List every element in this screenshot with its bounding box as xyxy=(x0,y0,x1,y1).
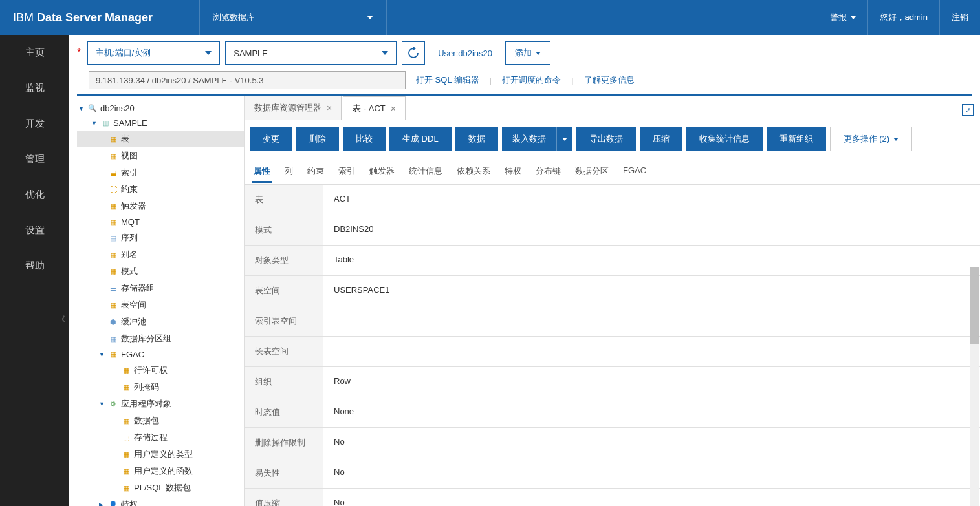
tab-table-act[interactable]: 表 - ACT × xyxy=(343,96,406,120)
add-button[interactable]: 添加 xyxy=(505,41,550,65)
tree-sequences[interactable]: ▤序列 xyxy=(77,229,244,246)
popout-button[interactable]: ↗ xyxy=(962,104,974,116)
subtab-triggers[interactable]: 触发器 xyxy=(368,162,396,183)
more-info-link[interactable]: 了解更多信息 xyxy=(584,74,635,86)
instance-icon: 🔍 xyxy=(87,104,98,113)
alerts-button[interactable]: 警报 xyxy=(818,0,867,35)
property-row: 表空间USERSPACE1 xyxy=(245,276,980,306)
tree-db-partitions[interactable]: ▦数据库分区组 xyxy=(77,330,244,347)
user-greeting[interactable]: 您好，admin xyxy=(867,0,939,35)
tree-indexes[interactable]: ⬓索引 xyxy=(77,164,244,181)
table-icon: ▦ xyxy=(108,134,118,143)
tree-privileges[interactable]: ▶👤特权 xyxy=(77,496,244,506)
package-icon: ▦ xyxy=(121,416,131,425)
tree-aliases[interactable]: ▦别名 xyxy=(77,246,244,263)
schema-icon: ▦ xyxy=(108,267,118,276)
load-data-button[interactable]: 装入数据 xyxy=(502,127,572,151)
tree-storage-groups[interactable]: ☱存储器组 xyxy=(77,280,244,297)
tree-app-objects[interactable]: ▼⚙应用程序对象 xyxy=(77,395,244,412)
trigger-icon: ▦ xyxy=(108,202,118,211)
tree-user-types[interactable]: ▦用户定义的类型 xyxy=(77,446,244,463)
tree-packages[interactable]: ▦数据包 xyxy=(77,412,244,429)
refresh-icon xyxy=(407,47,420,59)
nav-help[interactable]: 帮助 xyxy=(0,248,69,284)
tree-tablespaces[interactable]: ▦表空间 xyxy=(77,297,244,313)
database-select[interactable]: SAMPLE xyxy=(225,41,397,65)
logout-button[interactable]: 注销 xyxy=(939,0,980,35)
subtab-fgac[interactable]: FGAC xyxy=(622,162,648,183)
open-sql-link[interactable]: 打开 SQL 编辑器 xyxy=(416,74,479,86)
view-icon: ▦ xyxy=(108,151,118,160)
nav-monitor[interactable]: 监视 xyxy=(0,70,69,106)
connection-string-field[interactable]: 9.181.139.34 / db2ins20 / SAMPLE - V10.5… xyxy=(89,71,406,89)
tree-mqt[interactable]: ▦MQT xyxy=(77,215,244,229)
subtab-columns[interactable]: 列 xyxy=(283,162,294,183)
browse-database-dropdown[interactable]: 浏览数据库 xyxy=(199,0,387,35)
scrollbar[interactable] xyxy=(970,267,979,506)
func-icon: ▦ xyxy=(121,467,131,476)
storage-icon: ☱ xyxy=(108,284,118,293)
chevron-down-icon xyxy=(367,16,373,19)
collapse-sidebar-icon[interactable]: 《 xyxy=(58,314,65,325)
property-row: 长表空间 xyxy=(245,337,980,367)
subtab-part[interactable]: 数据分区 xyxy=(574,162,610,183)
tab-db-explorer[interactable]: 数据库资源管理器 × xyxy=(245,96,342,120)
connection-info-row: 9.181.139.34 / db2ins20 / SAMPLE - V10.5… xyxy=(69,71,980,94)
close-icon[interactable]: × xyxy=(327,103,332,113)
type-icon: ▦ xyxy=(121,450,131,459)
tree-database[interactable]: ▼▥SAMPLE xyxy=(77,116,244,131)
left-sidebar: 主页 监视 开发 管理 优化 设置 帮助 《 xyxy=(0,35,69,506)
property-label: 值压缩 xyxy=(245,489,323,506)
tree-tables[interactable]: ▦表 xyxy=(77,131,244,147)
reorg-button[interactable]: 重新组织 xyxy=(767,127,826,151)
subtab-constraints[interactable]: 约束 xyxy=(306,162,325,183)
compare-button[interactable]: 比较 xyxy=(343,127,386,151)
nav-optimize[interactable]: 优化 xyxy=(0,177,69,213)
chevron-down-icon[interactable] xyxy=(556,127,572,151)
tree-views[interactable]: ▦视图 xyxy=(77,147,244,164)
tree-triggers[interactable]: ▦触发器 xyxy=(77,198,244,215)
open-schedule-link[interactable]: 打开调度的命令 xyxy=(502,74,561,86)
tree-bufferpools[interactable]: ⬢缓冲池 xyxy=(77,313,244,330)
nav-settings[interactable]: 设置 xyxy=(0,213,69,248)
tree-instance[interactable]: ▼🔍db2ins20 xyxy=(77,101,244,116)
property-label: 组织 xyxy=(245,367,323,397)
subtab-properties[interactable]: 属性 xyxy=(252,162,272,183)
close-icon[interactable]: × xyxy=(391,103,396,114)
database-icon: ▥ xyxy=(100,119,111,128)
subtab-priv[interactable]: 特权 xyxy=(503,162,523,183)
tree-schemas[interactable]: ▦模式 xyxy=(77,263,244,280)
tree-row-permission[interactable]: ▦行许可权 xyxy=(77,362,244,379)
subtab-stats[interactable]: 统计信息 xyxy=(408,162,444,183)
tree-user-funcs[interactable]: ▦用户定义的函数 xyxy=(77,463,244,480)
tree-plsql[interactable]: ▦PL/SQL 数据包 xyxy=(77,480,244,496)
generate-ddl-button[interactable]: 生成 DDL xyxy=(389,127,452,151)
nav-manage[interactable]: 管理 xyxy=(0,142,69,177)
property-value: ACT xyxy=(323,185,980,215)
nav-develop[interactable]: 开发 xyxy=(0,106,69,142)
subtab-dist[interactable]: 分布键 xyxy=(534,162,562,183)
drop-button[interactable]: 删除 xyxy=(296,127,339,151)
tree-column-mask[interactable]: ▦列掩码 xyxy=(77,379,244,395)
property-row: 组织Row xyxy=(245,367,980,397)
tree-fgac[interactable]: ▼▦FGAC xyxy=(77,347,244,362)
compress-button[interactable]: 压缩 xyxy=(640,127,682,151)
property-tabs: 属性 列 约束 索引 触发器 统计信息 依赖关系 特权 分布键 数据分区 FGA… xyxy=(245,158,980,185)
more-actions-button[interactable]: 更多操作 (2) xyxy=(830,127,913,151)
editor-tabs: 数据库资源管理器 × 表 - ACT × ↗ xyxy=(245,96,980,120)
alter-button[interactable]: 变更 xyxy=(250,127,292,151)
tree-stored-proc[interactable]: ⬚存储过程 xyxy=(77,429,244,446)
priv-icon: 👤 xyxy=(108,500,118,506)
subtab-deps[interactable]: 依赖关系 xyxy=(455,162,492,183)
host-port-select[interactable]: 主机:端口/实例 xyxy=(87,41,220,65)
data-button[interactable]: 数据 xyxy=(455,127,498,151)
refresh-button[interactable] xyxy=(402,41,425,65)
export-button[interactable]: 导出数据 xyxy=(576,127,636,151)
property-row: 对象类型Table xyxy=(245,246,980,276)
nav-home[interactable]: 主页 xyxy=(0,35,69,70)
property-row: 模式DB2INS20 xyxy=(245,215,980,246)
tree-constraints[interactable]: ⛶约束 xyxy=(77,181,244,198)
scrollbar-thumb[interactable] xyxy=(970,267,979,344)
subtab-indexes[interactable]: 索引 xyxy=(337,162,356,183)
stats-button[interactable]: 收集统计信息 xyxy=(686,127,763,151)
